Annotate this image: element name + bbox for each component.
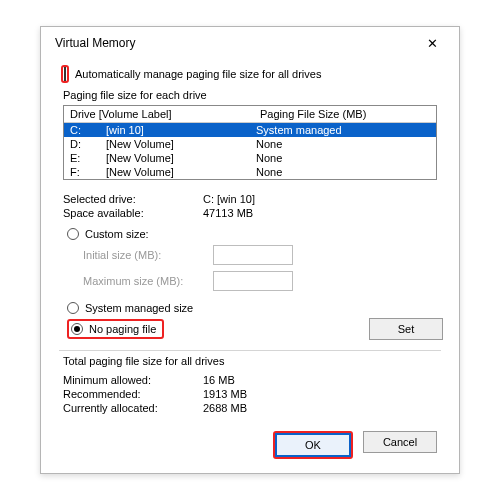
drive-label: [New Volume] — [106, 138, 256, 150]
drive-label: [New Volume] — [106, 152, 256, 164]
currently-allocated-label: Currently allocated: — [63, 402, 203, 414]
drive-label: [win 10] — [106, 124, 256, 136]
header-drive: Drive [Volume Label] — [70, 108, 220, 120]
space-available-label: Space available: — [63, 207, 203, 219]
drive-letter: C: — [70, 124, 106, 136]
dialog-body: Automatically manage paging file size fo… — [41, 57, 459, 473]
drive-letter: D: — [70, 138, 106, 150]
ok-button[interactable]: OK — [276, 434, 350, 456]
no-paging-radio[interactable] — [71, 323, 83, 335]
drive-size: None — [256, 138, 430, 150]
selected-drive-value: C: [win 10] — [203, 193, 255, 205]
drive-size: None — [256, 166, 430, 178]
dialog-footer: OK Cancel — [57, 421, 443, 459]
min-allowed-value: 16 MB — [203, 374, 235, 386]
system-managed-label: System managed size — [85, 302, 193, 314]
selected-drive-label: Selected drive: — [63, 193, 203, 205]
selected-drive-block: Selected drive: C: [win 10] Space availa… — [57, 188, 443, 226]
table-row[interactable]: D: [New Volume] None — [64, 137, 436, 151]
close-icon: ✕ — [427, 37, 438, 50]
system-managed-radio[interactable] — [67, 302, 79, 314]
recommended-label: Recommended: — [63, 388, 203, 400]
virtual-memory-dialog: Virtual Memory ✕ Automatically manage pa… — [40, 26, 460, 474]
highlight-auto-checkbox — [61, 65, 69, 83]
custom-size-radio[interactable] — [67, 228, 79, 240]
titlebar: Virtual Memory ✕ — [41, 27, 459, 57]
initial-size-row: Initial size (MB): — [57, 242, 443, 268]
set-button[interactable]: Set — [369, 318, 443, 340]
radio-dot-icon — [74, 326, 80, 332]
cancel-button[interactable]: Cancel — [363, 431, 437, 453]
highlight-ok-button: OK — [273, 431, 353, 459]
drive-letter: F: — [70, 166, 106, 178]
recommended-value: 1913 MB — [203, 388, 247, 400]
auto-manage-checkbox[interactable] — [64, 67, 66, 81]
totals-block: Minimum allowed: 16 MB Recommended: 1913… — [57, 369, 443, 421]
max-size-label: Maximum size (MB): — [83, 275, 213, 287]
system-managed-row: System managed size — [57, 294, 443, 316]
drive-letter: E: — [70, 152, 106, 164]
currently-allocated-value: 2688 MB — [203, 402, 247, 414]
paging-group-title: Paging file size for each drive — [57, 87, 443, 103]
drive-list-header: Drive [Volume Label] Paging File Size (M… — [64, 106, 436, 123]
header-size: Paging File Size (MB) — [220, 108, 430, 120]
table-row[interactable]: E: [New Volume] None — [64, 151, 436, 165]
max-size-row: Maximum size (MB): — [57, 268, 443, 294]
custom-size-label: Custom size: — [85, 228, 149, 240]
initial-size-input[interactable] — [213, 245, 293, 265]
min-allowed-label: Minimum allowed: — [63, 374, 203, 386]
auto-manage-label: Automatically manage paging file size fo… — [75, 68, 321, 80]
highlight-no-paging: No paging file — [67, 319, 164, 339]
max-size-input[interactable] — [213, 271, 293, 291]
no-paging-label: No paging file — [89, 323, 156, 335]
custom-size-row: Custom size: — [57, 226, 443, 242]
auto-manage-row: Automatically manage paging file size fo… — [57, 63, 443, 87]
initial-size-label: Initial size (MB): — [83, 249, 213, 261]
no-paging-row: No paging file Set — [57, 316, 443, 346]
space-available-value: 47113 MB — [203, 207, 253, 219]
close-button[interactable]: ✕ — [415, 33, 449, 53]
window-title: Virtual Memory — [55, 36, 135, 50]
table-row[interactable]: F: [New Volume] None — [64, 165, 436, 179]
drive-list[interactable]: Drive [Volume Label] Paging File Size (M… — [63, 105, 437, 180]
divider — [59, 350, 441, 351]
drive-label: [New Volume] — [106, 166, 256, 178]
totals-title: Total paging file size for all drives — [57, 353, 443, 369]
drive-size: None — [256, 152, 430, 164]
table-row[interactable]: C: [win 10] System managed — [64, 123, 436, 137]
drive-size: System managed — [256, 124, 430, 136]
